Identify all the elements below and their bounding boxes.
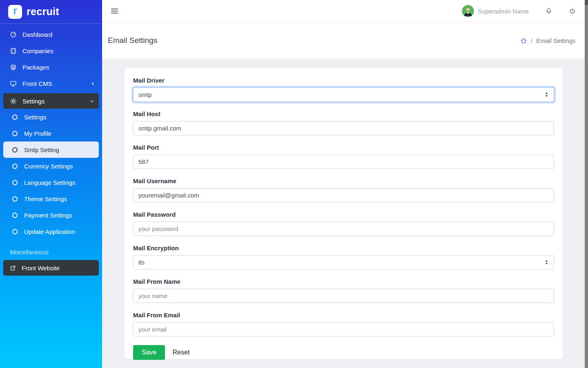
sidebar-item-label: Packages [22, 64, 49, 71]
mail-driver-value: smtp [138, 91, 152, 98]
sidebar-item-dashboard[interactable]: Dashboard [0, 26, 102, 43]
page-header: Email Settings / Email Settings [102, 22, 585, 58]
field-group-mail-host: Mail Host [133, 110, 554, 135]
external-link-icon [10, 265, 16, 271]
email-settings-card: Mail Driver smtp Mail Host [125, 68, 563, 359]
user-menu[interactable]: Superadmin Name [462, 5, 529, 17]
sidebar-item-companies[interactable]: Companies [0, 43, 102, 59]
avatar [462, 5, 474, 17]
mail-encryption-select[interactable]: tls [133, 255, 554, 269]
sidebar-subitem-label: My Profile [24, 130, 51, 137]
sidebar-subitem-label: Currency Settings [24, 163, 73, 170]
field-group-mail-username: Mail Username [133, 177, 554, 202]
main-area: Superadmin Name Email Settings [102, 0, 585, 368]
mail-from-email-label: Mail From Email [133, 312, 554, 319]
app-window: r recruit Dashboard [0, 0, 588, 368]
logout-power-icon[interactable] [569, 8, 576, 15]
mail-encryption-value: tls [138, 259, 145, 266]
sidebar-subitem-language-settings[interactable]: Language Settings [3, 174, 99, 191]
front-cms-icon [10, 80, 17, 87]
logo-icon: r [8, 5, 22, 19]
sidebar-subitem-my-profile[interactable]: My Profile [3, 125, 99, 141]
sidebar-subitem-label: Payment Settings [24, 212, 72, 219]
sidebar-nav: Dashboard Companies [0, 24, 102, 276]
field-group-mail-from-email: Mail From Email [133, 312, 554, 337]
mail-host-label: Mail Host [133, 110, 554, 117]
page-scrollbar[interactable] [585, 0, 588, 368]
sidebar-subitem-settings[interactable]: Settings [3, 109, 99, 125]
mail-driver-select[interactable]: smtp [133, 88, 554, 102]
sidebar-item-front-cms[interactable]: Front CMS [0, 75, 102, 92]
breadcrumb: / Email Settings [520, 37, 575, 44]
mail-password-label: Mail Password [133, 211, 554, 218]
mail-from-name-label: Mail From Name [133, 278, 554, 285]
sidebar-item-packages[interactable]: Packages [0, 59, 102, 75]
sidebar-item-front-website[interactable]: Front Website [3, 260, 99, 276]
sidebar-subitem-payment-settings[interactable]: Payment Settings [3, 207, 99, 223]
sidebar-subitem-label: Settings [24, 114, 46, 121]
sidebar-section-miscellaneous: Miscellaneous [0, 249, 102, 256]
sidebar: r recruit Dashboard [0, 0, 102, 368]
mail-from-name-input[interactable] [133, 289, 554, 303]
user-name: Superadmin Name [478, 8, 529, 15]
circle-icon [12, 229, 18, 234]
mail-password-input[interactable] [133, 222, 554, 236]
mail-port-label: Mail Port [133, 144, 554, 151]
breadcrumb-current: Email Settings [536, 37, 575, 44]
companies-icon [10, 47, 17, 54]
sidebar-item-label: Front CMS [22, 80, 52, 87]
mail-port-input[interactable] [133, 155, 554, 169]
mail-from-email-input[interactable] [133, 322, 554, 337]
page-title: Email Settings [108, 36, 157, 45]
mail-encryption-label: Mail Encryption [133, 245, 554, 251]
chevron-down-icon [89, 99, 95, 104]
field-group-mail-driver: Mail Driver smtp [133, 77, 554, 102]
mail-username-input[interactable] [133, 188, 554, 202]
reset-button[interactable]: Reset [172, 349, 189, 356]
sidebar-item-label: Settings [22, 98, 45, 105]
sidebar-item-label: Front Website [22, 265, 60, 272]
circle-icon [12, 164, 18, 169]
topbar: Superadmin Name [102, 0, 585, 22]
sidebar-subitem-label: Language Settings [24, 179, 75, 186]
mail-driver-label: Mail Driver [133, 77, 554, 84]
circle-icon [12, 180, 18, 185]
save-button[interactable]: Save [133, 345, 165, 360]
sidebar-item-label: Companies [22, 47, 53, 54]
circle-icon [12, 196, 18, 202]
sidebar-item-settings[interactable]: Settings [3, 93, 99, 109]
chevron-left-icon [90, 81, 96, 86]
hamburger-menu-icon[interactable] [111, 9, 118, 13]
packages-icon [10, 64, 17, 71]
dashboard-icon [10, 31, 17, 38]
circle-icon [12, 147, 18, 153]
home-icon[interactable] [520, 37, 527, 44]
sidebar-subitem-label: Smtp Setting [24, 146, 59, 153]
mail-host-input[interactable] [133, 121, 554, 135]
select-arrows-icon [544, 92, 549, 97]
sidebar-subitem-currency-settings[interactable]: Currency Settings [3, 158, 99, 174]
form-actions: Save Reset [133, 345, 554, 360]
select-arrows-icon [544, 260, 549, 265]
circle-icon [12, 114, 18, 120]
sidebar-subitem-smtp-setting[interactable]: Smtp Setting [3, 141, 99, 158]
content-area: Mail Driver smtp Mail Host [102, 58, 585, 368]
field-group-mail-port: Mail Port [133, 144, 554, 169]
field-group-mail-password: Mail Password [133, 211, 554, 236]
breadcrumb-separator: / [531, 37, 532, 44]
mail-username-label: Mail Username [133, 177, 554, 184]
sidebar-subitem-label: Update Application [24, 228, 75, 235]
gear-icon [10, 98, 17, 105]
field-group-mail-encryption: Mail Encryption tls [133, 245, 554, 269]
notifications-bell-icon[interactable] [545, 7, 552, 15]
circle-icon [12, 213, 18, 218]
field-group-mail-from-name: Mail From Name [133, 278, 554, 303]
circle-icon [12, 131, 18, 136]
scrollbar-top-cap [585, 0, 588, 5]
sidebar-subitem-theme-settings[interactable]: Theme Settings [3, 191, 99, 207]
app-logo[interactable]: r recruit [0, 0, 102, 24]
sidebar-subitem-update-application[interactable]: Update Application [3, 223, 99, 240]
sidebar-item-label: Dashboard [22, 31, 52, 38]
logo-text: recruit [27, 6, 59, 18]
sidebar-subitem-label: Theme Settings [24, 195, 67, 202]
